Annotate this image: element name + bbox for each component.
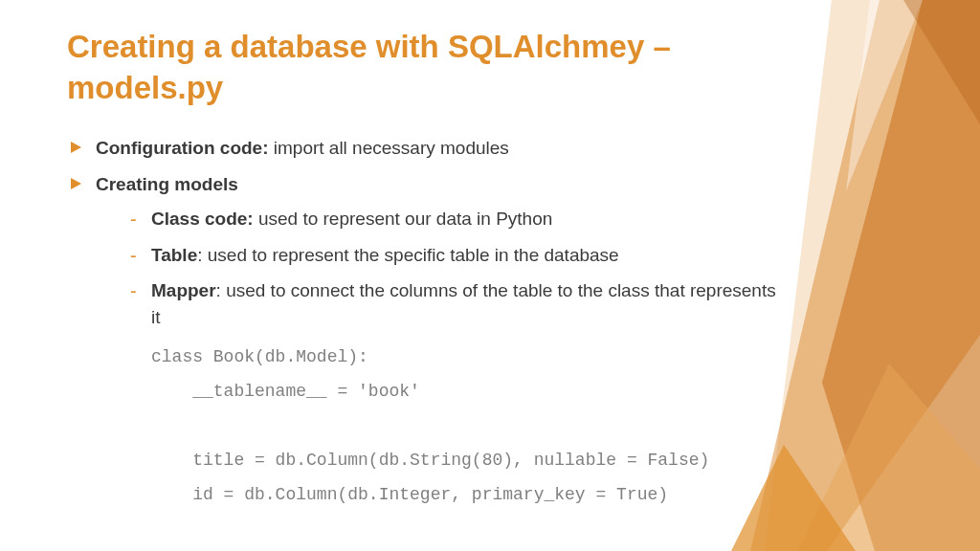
bullet-bold: Creating models — [96, 174, 238, 194]
main-bullet-list: Configuration code: import all necessary… — [67, 136, 789, 512]
sub-bullet-rest: : used to represent the specific table i… — [197, 245, 618, 265]
sub-bullet-rest: : used to connect the columns of the tab… — [151, 280, 776, 327]
sub-bullet-list: Class code: used to represent our data i… — [96, 206, 789, 330]
sub-bullet-bold: Table — [151, 245, 197, 265]
sub-bullet-bold: Class code: — [151, 209, 254, 229]
code-block: class Book(db.Model): __tablename__ = 'b… — [96, 340, 789, 512]
bullet-rest: import all necessary modules — [268, 138, 508, 158]
sub-bullet-item: Class code: used to represent our data i… — [130, 206, 789, 232]
bullet-item: Configuration code: import all necessary… — [71, 136, 789, 162]
bullet-item: Creating models Class code: used to repr… — [71, 172, 789, 512]
sub-bullet-item: Table: used to represent the specific ta… — [130, 242, 789, 269]
sub-bullet-bold: Mapper — [151, 280, 216, 300]
sub-bullet-rest: used to represent our data in Python — [254, 209, 553, 229]
slide-title: Creating a database with SQLAlchmey – mo… — [67, 27, 789, 109]
bullet-bold: Configuration code: — [96, 138, 268, 158]
sub-bullet-item: Mapper: used to connect the columns of t… — [130, 277, 789, 330]
